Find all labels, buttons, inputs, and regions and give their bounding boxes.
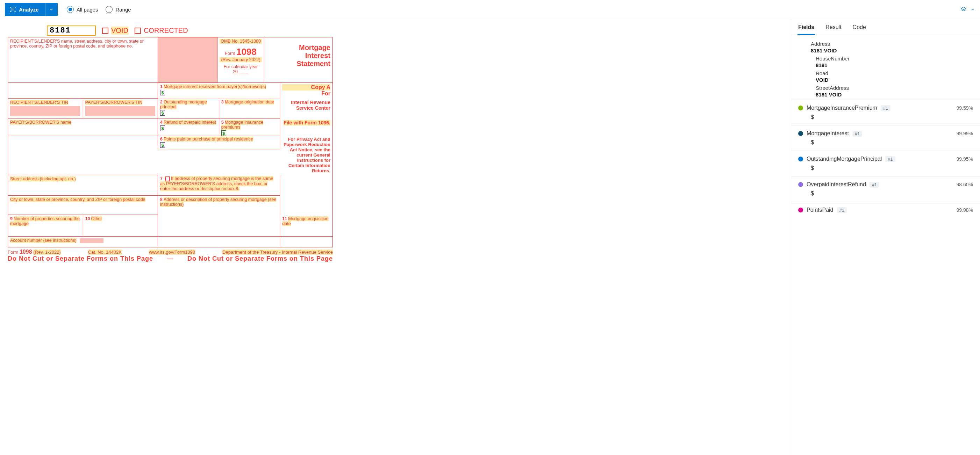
omb-label: OMB No. 1545-1380 (220, 39, 262, 44)
city-label: City or town, state or province, country… (10, 197, 145, 202)
privacy-box: For Privacy Act and Paperwork Reduction … (280, 135, 332, 175)
field-name: OutstandingMortgagePrincipal (807, 156, 882, 162)
payer-name-label: PAYER'S/BORROWER'S name (10, 120, 71, 125)
form-footer: Form 1098 (Rev. 1-2022) Cat. No. 14402K … (8, 249, 333, 255)
page-range-group: All pages Range (67, 6, 131, 13)
radio-all-pages[interactable]: All pages (67, 6, 98, 13)
streetaddr-label: StreetAddress (816, 85, 972, 91)
road-label: Road (816, 70, 972, 76)
field-name: MortgageInsurancePremium (807, 105, 877, 111)
field-color-dot (798, 157, 803, 162)
box5-label: Mortgage insurance premiums (221, 120, 263, 130)
box11-label: Mortgage acquisition date (282, 216, 328, 226)
field-badge: #1 (881, 105, 891, 111)
analyze-label: Analyze (19, 6, 39, 13)
form-1098: 8181 VOID CORRECTED RECIPIENT'S/LENDER'S… (8, 25, 783, 262)
calendar-label: For calendar year (220, 64, 262, 69)
irs-line1: Internal Revenue (282, 100, 330, 105)
analyze-button[interactable]: Analyze (5, 3, 45, 16)
form-rev: (Rev. January 2022) (220, 57, 262, 62)
form-number: 1098 (236, 46, 257, 57)
radio-icon (67, 6, 74, 13)
fields-list[interactable]: Address 8181 VOID HouseNumber 8181 Road … (791, 35, 980, 455)
box1-label: Mortgage interest received from payer(s)… (164, 84, 266, 89)
recipient-name-box: RECIPIENT'S/LENDER'S name, street addres… (8, 37, 158, 83)
field-item[interactable]: OutstandingMortgagePrincipal#199.95%$ (791, 151, 980, 176)
field-name: OverpaidInterestRefund (807, 181, 866, 188)
address-value: 8181 VOID (811, 48, 972, 54)
analyze-dropdown[interactable] (45, 3, 58, 16)
field-item[interactable]: PointsPaid#199.98% (791, 201, 980, 218)
payer-tin-box: PAYER'S/BORROWER'S TIN (83, 98, 158, 119)
spacer4 (280, 236, 332, 247)
field-color-dot (798, 182, 803, 187)
box8-cont (158, 215, 280, 236)
radio-icon (106, 6, 113, 13)
box2: 2Outstanding mortgage principal$ (158, 98, 219, 119)
field-badge: #1 (885, 156, 895, 162)
field-confidence: 99.98% (956, 207, 973, 213)
corrected-label: CORRECTED (144, 27, 188, 35)
box3-label: Mortgage origination date (225, 100, 274, 105)
title-line3: Statement (266, 60, 330, 68)
copy-a-box: Copy A For (280, 83, 332, 98)
field-color-dot (798, 131, 803, 136)
box10: 10Other (83, 215, 158, 236)
field-value: $ (811, 165, 973, 171)
field-confidence: 98.60% (956, 182, 973, 187)
do-not-cut: Do Not Cut or Separate Forms on This Pag… (8, 255, 333, 262)
box3: 3Mortgage origination date (219, 98, 280, 119)
form-word: Form (225, 51, 235, 56)
corrected-checkbox (135, 28, 141, 34)
field-value: $ (811, 190, 973, 197)
privacy-text: For Privacy Act and Paperwork Reduction … (282, 136, 330, 173)
copy-a: Copy A (282, 84, 330, 90)
form-url: www.irs.gov/Form1098 (149, 249, 195, 255)
address-title: Address (811, 41, 972, 47)
tab-fields[interactable]: Fields (797, 23, 815, 35)
box6-label: Points paid on purchase of principal res… (164, 136, 253, 141)
box7: 7 If address of property securing mortga… (158, 175, 280, 196)
radio-range[interactable]: Range (106, 6, 131, 13)
recipient-tin-label: RECIPIENT'S/LENDER'S TIN (10, 100, 68, 105)
box11: 11Mortgage acquisition date (280, 215, 332, 236)
road-value: VOID (816, 77, 972, 83)
box8: 8Address or description of property secu… (158, 196, 280, 215)
field-item[interactable]: MortgageInterest#199.99%$ (791, 125, 980, 151)
irs-line2: Service Center (282, 105, 330, 111)
field-badge: #1 (837, 207, 847, 213)
document-viewer[interactable]: 8181 VOID CORRECTED RECIPIENT'S/LENDER'S… (0, 19, 791, 455)
void-label: VOID (111, 27, 128, 35)
field-value: $ (811, 114, 973, 120)
tab-code[interactable]: Code (852, 23, 867, 35)
account-box: Account number (see instructions) (8, 236, 158, 247)
box6: 6Points paid on purchase of principal re… (158, 135, 280, 149)
spacer2 (8, 135, 158, 149)
main: 8181 VOID CORRECTED RECIPIENT'S/LENDER'S… (0, 19, 980, 455)
field-confidence: 99.59% (956, 105, 973, 111)
field-name: PointsPaid (807, 207, 834, 213)
shaded-box (158, 37, 218, 83)
field-item[interactable]: OverpaidInterestRefund#198.60%$ (791, 176, 980, 201)
box4-label: Refund of overpaid interest (164, 120, 216, 125)
field-value: $ (811, 140, 973, 146)
field-confidence: 99.95% (956, 156, 973, 162)
calendar-prefix: 20 (233, 69, 238, 74)
field-badge: #1 (870, 182, 879, 188)
box9-label: Number of properties securing the mortga… (10, 216, 80, 226)
toolbar-right (961, 6, 975, 13)
box7-label: If address of property securing mortgage… (160, 176, 273, 191)
radio-range-label: Range (115, 6, 131, 13)
street-label: Street address (including apt. no.) (10, 176, 76, 181)
box1: 1Mortgage interest received from payer(s… (158, 83, 280, 98)
city-box: City or town, state or province, country… (8, 196, 158, 215)
box10-label: Other (91, 216, 102, 221)
layers-icon[interactable] (961, 6, 967, 13)
form-title-box: Mortgage Interest Statement (264, 37, 332, 83)
tab-result[interactable]: Result (825, 23, 842, 35)
field-item[interactable]: MortgageInsurancePremium#199.59%$ (791, 100, 980, 125)
field-color-dot (798, 208, 803, 212)
street-box: Street address (including apt. no.) (8, 175, 158, 196)
title-line2: Interest (266, 52, 330, 60)
chevron-down-icon[interactable] (970, 7, 975, 12)
